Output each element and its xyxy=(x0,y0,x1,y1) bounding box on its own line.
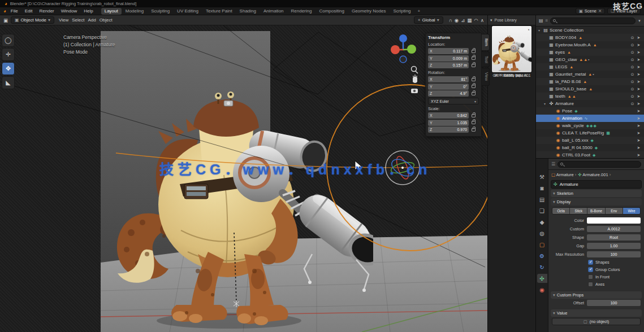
disable-render-toggle[interactable]: ➤ xyxy=(636,124,642,128)
disable-render-toggle[interactable]: ➤ xyxy=(636,146,642,150)
outliner-row[interactable]: ◉ walk_cycle ◈◈◈ ⊙ ➤ xyxy=(536,122,644,129)
axis-negz-ball[interactable] xyxy=(400,56,407,63)
outliner-row[interactable]: ◉ Animation ∿ ⊙ ➤ xyxy=(536,115,644,122)
workspace-tab[interactable]: Shading xyxy=(236,8,260,15)
disable-render-toggle[interactable]: ➤ xyxy=(636,109,642,113)
outliner-search-input[interactable] xyxy=(550,18,636,24)
properties-tab[interactable]: ⚒ xyxy=(537,172,547,181)
property-value-field[interactable]: A.0012 xyxy=(587,226,641,232)
menubar-item[interactable]: Window xyxy=(58,8,80,14)
display-as-option[interactable]: Stick xyxy=(570,208,587,214)
scene-selector[interactable]: ▣ Scene ✕ xyxy=(576,8,606,14)
disable-render-toggle[interactable]: ➤ xyxy=(636,36,642,40)
outliner-row[interactable]: ◉ ball_R 04.5500 ◈ ⊙ ➤ xyxy=(536,144,644,151)
disable-render-toggle[interactable]: ➤ xyxy=(636,87,642,91)
axis-navigation-gizmo[interactable] xyxy=(391,34,416,63)
display-as-option[interactable]: Octa xyxy=(552,208,570,214)
axis-z-ball[interactable] xyxy=(399,34,407,42)
panel-header-display[interactable]: ▾Display xyxy=(551,198,642,206)
display-mode-icon[interactable]: ≡ xyxy=(546,18,548,23)
properties-tab[interactable]: ⚙ xyxy=(537,251,547,260)
outliner-row[interactable]: ▦ teeth ▲▲ ⊙ ➤ xyxy=(536,93,644,100)
location-field[interactable]: X0.117 m xyxy=(428,48,469,54)
viewport-canvas[interactable] xyxy=(0,25,487,332)
workspace-tab[interactable]: Animation xyxy=(260,8,287,15)
outliner-row[interactable]: ◉ CLEA T. LifePoseRig ▦ ⊙ ➤ xyxy=(536,129,644,137)
menubar-item[interactable]: Render xyxy=(36,8,58,14)
location-field[interactable]: Z0.157 m xyxy=(428,62,469,68)
checkbox[interactable] xyxy=(588,267,593,272)
panel-header-skeleton[interactable]: ▾Skeleton xyxy=(551,190,642,197)
breadcrumb-item[interactable]: ▢ Armature › xyxy=(551,172,576,177)
disable-render-toggle[interactable]: ➤ xyxy=(636,65,642,69)
hide-viewport-toggle[interactable]: ⊙ xyxy=(629,65,636,69)
pose-thumbnail[interactable]: ◔ xyxy=(491,25,532,73)
viewport-menu-item[interactable]: Add xyxy=(86,18,97,23)
rotation-mode-dropdown[interactable]: XYZ Euler▾ xyxy=(428,98,479,104)
property-value-field[interactable]: Root xyxy=(587,234,641,241)
offset-value-field[interactable]: 100 xyxy=(587,300,641,306)
filter-funnel-icon[interactable]: ▼ xyxy=(638,19,641,23)
viewport-header-icon[interactable]: ∧ xyxy=(481,18,484,23)
chevron-down-icon[interactable]: ▾ xyxy=(490,18,492,23)
disable-render-toggle[interactable]: ➤ xyxy=(636,102,642,106)
panel-header-custom-props[interactable]: ▾Custom Props xyxy=(551,291,642,299)
disable-render-toggle[interactable]: ➤ xyxy=(636,80,642,84)
lock-icon[interactable] xyxy=(472,114,476,117)
outliner-row[interactable]: ◉ ball_L 05.xxx ◈ ⊙ ➤ xyxy=(536,137,644,144)
hide-viewport-toggle[interactable]: ⊙ xyxy=(629,72,636,77)
outliner-row[interactable]: ▦ LEGS ▲ ⊙ ➤ xyxy=(536,63,644,71)
viewport-header-icon[interactable]: ◉ xyxy=(455,18,459,23)
properties-tab[interactable]: ↻ xyxy=(537,263,547,272)
lock-icon[interactable] xyxy=(472,64,476,67)
scale-field[interactable]: X0.842 xyxy=(428,112,469,119)
sidebar-tab[interactable]: View xyxy=(482,68,490,85)
hide-viewport-toggle[interactable]: ⊙ xyxy=(629,50,636,55)
properties-tab[interactable]: ▢ xyxy=(537,240,547,249)
add-workspace-button[interactable]: + xyxy=(416,8,423,14)
hide-viewport-toggle[interactable]: ⊙ xyxy=(629,58,636,62)
pose-asset-card[interactable]: ◔ Ready (x) xyxy=(491,25,532,77)
workspace-tab[interactable]: Modeling xyxy=(122,8,147,15)
panel-header-value[interactable]: ▾Value xyxy=(551,309,642,317)
lock-icon[interactable] xyxy=(472,85,476,88)
hide-viewport-toggle[interactable]: ⊙ xyxy=(629,94,636,99)
hide-viewport-toggle[interactable]: ⊙ xyxy=(629,36,636,40)
hide-viewport-toggle[interactable]: ⊙ xyxy=(629,87,636,91)
checkbox[interactable] xyxy=(588,282,593,287)
outliner-row[interactable]: ▾ ✣ Armature ⊙ ➤ xyxy=(536,100,644,107)
properties-tab[interactable]: ❏ xyxy=(537,206,547,215)
viewport-header-icon[interactable]: ▦ xyxy=(467,18,472,23)
rotation-field[interactable]: Z4.9° xyxy=(428,90,469,97)
properties-editor-icon[interactable]: ☰ xyxy=(551,161,555,167)
filter-collection-icon[interactable]: ▤ xyxy=(539,18,543,23)
outliner-row[interactable]: ▦ SHOULD_base ▲ ⊙ ➤ xyxy=(536,85,644,93)
scale-field[interactable]: Z0.970 xyxy=(428,126,469,133)
disclosure-icon[interactable]: ▾ xyxy=(538,28,543,32)
property-value-field[interactable] xyxy=(587,217,641,224)
viewport-menu-item[interactable]: Select xyxy=(70,18,86,23)
properties-tab[interactable]: ◉ xyxy=(537,285,547,294)
outliner-row[interactable]: ◉ Pose ◈ ⊙ ➤ xyxy=(536,107,644,115)
tool-button[interactable]: ✛ xyxy=(2,48,15,61)
rotation-field[interactable]: Y0° xyxy=(428,84,469,90)
viewport-header-icon[interactable]: ◠ xyxy=(474,18,478,23)
disable-render-toggle[interactable]: ➤ xyxy=(636,58,642,62)
workspace-tab[interactable]: Sculpting xyxy=(148,8,173,15)
viewport-header-icon[interactable]: ∩ xyxy=(449,18,452,23)
menubar-item[interactable]: Edit xyxy=(21,8,36,14)
outliner-row[interactable]: ◉ CTRL 03.Foot ◈ ⊙ ➤ xyxy=(536,151,644,159)
properties-search-input[interactable] xyxy=(557,161,641,168)
properties-tab[interactable]: ◙ xyxy=(537,184,547,193)
sidebar-tab[interactable]: Item xyxy=(482,34,490,51)
properties-tab[interactable]: ✣ xyxy=(537,274,547,283)
display-as-option[interactable]: Env xyxy=(606,208,623,214)
workspace-tab[interactable]: Geometry Nodes xyxy=(348,8,389,15)
disable-render-toggle[interactable]: ➤ xyxy=(636,116,642,121)
lock-icon[interactable] xyxy=(472,128,476,132)
properties-tab[interactable]: ▤ xyxy=(537,195,547,204)
workspace-tab[interactable]: Layout xyxy=(101,8,122,15)
viewport-header-icon[interactable]: ⊿ xyxy=(461,18,465,23)
disable-render-toggle[interactable]: ➤ xyxy=(636,50,642,55)
hide-viewport-toggle[interactable]: ⊙ xyxy=(629,80,636,84)
